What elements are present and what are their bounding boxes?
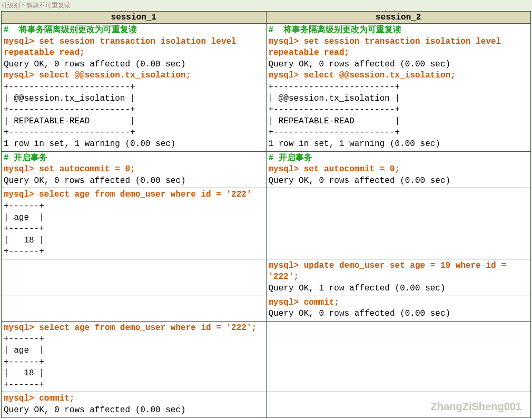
mysql-prompt: mysql> xyxy=(4,71,39,80)
sql-comment: # 将事务隔离级别更改为可重复读 xyxy=(4,25,137,35)
sql-command: select age from demo_user where id = '22… xyxy=(39,190,251,199)
sql-command: commit; xyxy=(39,394,74,403)
table-row: mysql> update demo_user set age = 19 whe… xyxy=(2,259,531,296)
cell-s1: mysql> commit; Query OK, 0 rows affected… xyxy=(2,392,267,417)
cell-s1: mysql> select age from demo_user where i… xyxy=(2,188,267,259)
cell-s2 xyxy=(266,392,531,417)
sql-output: Query OK, 0 rows affected (0.00 sec) xyxy=(4,60,186,69)
mysql-prompt: mysql> xyxy=(269,298,304,307)
sql-command: select @@session.tx_isolation; xyxy=(39,71,191,80)
cell-s2 xyxy=(266,188,531,259)
cell-s2: # 开启事务 mysql> set autocommit = 0; Query … xyxy=(266,151,531,188)
sql-output: Query OK, 0 rows affected (0.00 sec) xyxy=(269,176,451,186)
table-row: mysql> commit; Query OK, 0 rows affected… xyxy=(2,296,531,321)
mysql-prompt: mysql> xyxy=(4,323,39,333)
mysql-prompt: mysql> xyxy=(269,37,304,46)
session-comparison-table: session_1 session_2 # 将事务隔离级别更改为可重复读 mys… xyxy=(1,11,531,418)
cell-s2: mysql> commit; Query OK, 0 rows affected… xyxy=(266,296,531,321)
sql-output: +------+ | age | +------+ | 18 | +------… xyxy=(4,201,44,256)
table-row: mysql> select age from demo_user where i… xyxy=(2,188,531,259)
cell-s2: mysql> update demo_user set age = 19 whe… xyxy=(266,259,531,296)
sql-output: +------------------------+ | @@session.t… xyxy=(4,82,175,149)
table-row: mysql> commit; Query OK, 0 rows affected… xyxy=(2,392,531,417)
sql-output: Query OK, 1 row affected (0.00 sec) xyxy=(269,284,446,293)
header-session-2: session_2 xyxy=(266,12,531,24)
sql-output: +------------------------+ | @@session.t… xyxy=(269,82,440,149)
mysql-prompt: mysql> xyxy=(4,190,39,199)
cell-s2 xyxy=(266,321,531,392)
cell-s2: # 将事务隔离级别更改为可重复读 mysql> set session tran… xyxy=(266,24,531,152)
mysql-prompt: mysql> xyxy=(4,164,39,174)
cell-s1 xyxy=(2,296,267,321)
mysql-prompt: mysql> xyxy=(269,261,304,270)
mysql-prompt: mysql> xyxy=(269,164,304,174)
sql-output: Query OK, 0 rows affected (0.00 sec) xyxy=(4,176,186,186)
cell-s1 xyxy=(2,259,267,296)
sql-command: update demo_user set age = 19 where id =… xyxy=(269,261,511,282)
sql-output: Query OK, 0 rows affected (0.00 sec) xyxy=(269,60,451,69)
sql-output: Query OK, 0 rows affected (0.00 sec) xyxy=(269,309,451,318)
table-row: # 开启事务 mysql> set autocommit = 0; Query … xyxy=(2,151,531,188)
page-top-hint: 可级别下解决不可重复读 xyxy=(0,0,532,11)
mysql-prompt: mysql> xyxy=(269,71,304,80)
sql-comment: # 开启事务 xyxy=(4,153,47,163)
mysql-prompt: mysql> xyxy=(4,37,39,46)
sql-command: set session transaction isolation level … xyxy=(4,37,241,58)
cell-s1: # 开启事务 mysql> set autocommit = 0; Query … xyxy=(2,151,267,188)
cell-s1: # 将事务隔离级别更改为可重复读 mysql> set session tran… xyxy=(2,24,267,152)
sql-comment: # 将事务隔离级别更改为可重复读 xyxy=(269,25,402,35)
sql-comment: # 开启事务 xyxy=(269,153,312,163)
sql-command: set autocommit = 0; xyxy=(39,164,135,174)
mysql-prompt: mysql> xyxy=(4,394,39,403)
sql-command: select @@session.tx_isolation; xyxy=(304,71,456,80)
sql-command: select age from demo_user where id = '22… xyxy=(39,323,257,333)
table-row: mysql> select age from demo_user where i… xyxy=(2,321,531,392)
sql-command: set session transaction isolation level … xyxy=(269,37,506,58)
table-row: # 将事务隔离级别更改为可重复读 mysql> set session tran… xyxy=(2,24,531,152)
cell-s1: mysql> select age from demo_user where i… xyxy=(2,321,267,392)
sql-command: commit; xyxy=(304,298,339,307)
sql-output: +------+ | age | +------+ | 18 | +------… xyxy=(4,334,44,389)
header-session-1: session_1 xyxy=(2,12,267,24)
sql-command: set autocommit = 0; xyxy=(304,164,400,174)
sql-output: Query OK, 0 rows affected (0.00 sec) xyxy=(4,405,186,415)
